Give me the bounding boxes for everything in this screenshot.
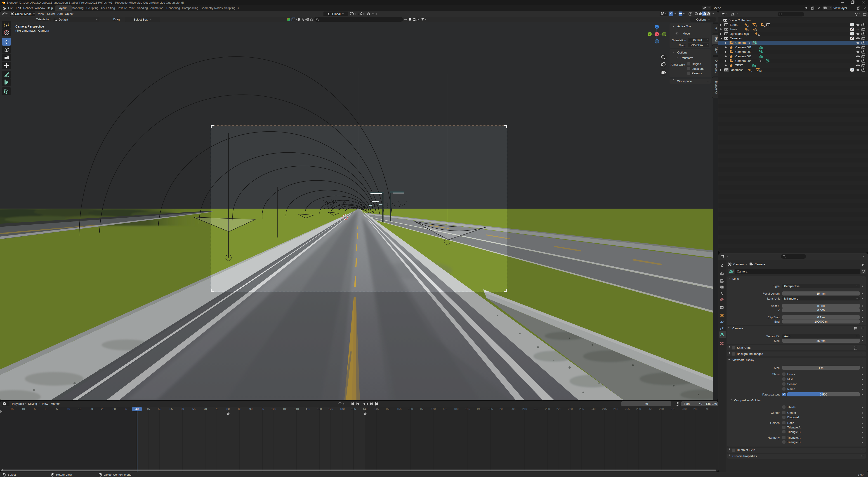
svg-text:-X: -X <box>656 33 658 36</box>
svg-text:Y: Y <box>649 33 651 36</box>
svg-text:Z: Z <box>656 25 657 28</box>
